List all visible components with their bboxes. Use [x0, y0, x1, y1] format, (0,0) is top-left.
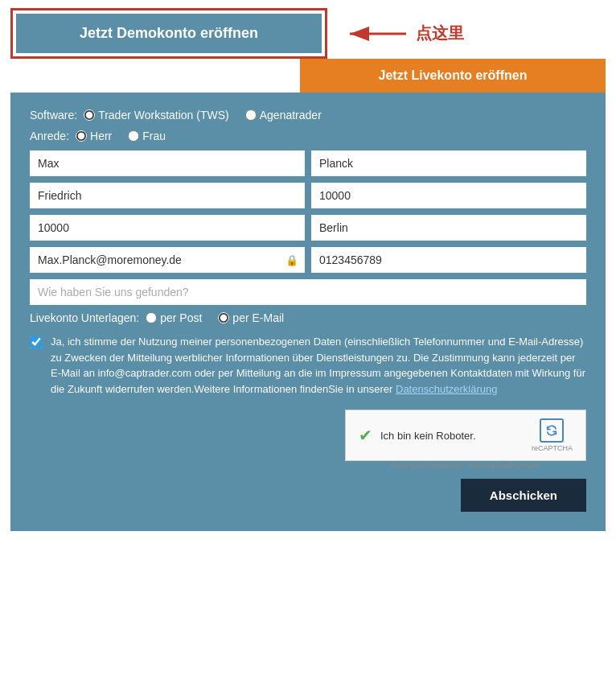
demo-account-button[interactable]: Jetzt Demokonto eröffnen [16, 14, 322, 53]
vorname-input[interactable] [30, 150, 305, 176]
anrede-herr-label: Herr [90, 130, 112, 142]
software-option-tws[interactable]: Trader Workstation (TWS) [84, 109, 229, 122]
anrede-frau[interactable]: Frau [128, 130, 166, 142]
anrede-radio-group: Herr Frau [76, 130, 172, 142]
software-radio-tws[interactable] [84, 109, 95, 121]
consent-text-block: Ja, ich stimme der Nutzung meiner person… [51, 334, 586, 397]
strasse-input[interactable] [30, 183, 305, 208]
captcha-widget: ✔ Ich bin kein Roboter. reCAPTCHA [345, 410, 586, 461]
registration-form: Software: Trader Workstation (TWS) Agena… [10, 93, 606, 531]
click-here-label: 点这里 [416, 23, 464, 44]
recaptcha-icon [540, 418, 564, 443]
plz-input[interactable] [30, 215, 305, 241]
software-option-agena[interactable]: Agenatrader [245, 109, 322, 122]
software-tws-label: Trader Workstation (TWS) [98, 109, 229, 122]
captcha-checkmark-icon: ✔ [359, 426, 372, 445]
software-radio-group: Trader Workstation (TWS) Agenatrader [84, 109, 328, 122]
consent-text: Ja, ich stimme der Nutzung meiner person… [51, 336, 585, 395]
anrede-radio-frau[interactable] [128, 130, 139, 142]
anrede-radio-herr[interactable] [76, 130, 87, 142]
captcha-label: Ich bin kein Roboter. [380, 430, 476, 442]
livekonto-email[interactable]: per E-Mail [218, 311, 284, 324]
anrede-frau-label: Frau [142, 130, 166, 142]
livekonto-radio-email[interactable] [218, 312, 229, 323]
datenschutz-link[interactable]: Datenschutzerklärung [396, 383, 497, 395]
livekonto-email-label: per E-Mail [232, 311, 284, 324]
livekonto-post[interactable]: per Post [146, 311, 202, 324]
submit-button[interactable]: Abschicken [461, 479, 586, 512]
anrede-herr[interactable]: Herr [76, 130, 112, 142]
consent-checkbox[interactable] [30, 336, 43, 348]
anrede-label: Anrede: [30, 130, 69, 142]
livekonto-radio-group: per Post per E-Mail [146, 311, 290, 324]
wie-gefunden-input[interactable] [30, 279, 586, 305]
arrow-icon [343, 24, 408, 43]
stadt-input[interactable] [311, 215, 586, 241]
captcha-links: Datenschutzerklärung · Nutzungsbedingung… [345, 461, 586, 469]
recaptcha-brand-label: reCAPTCHA [532, 444, 573, 452]
software-radio-agena[interactable] [245, 109, 257, 121]
livekonto-post-label: per Post [160, 311, 202, 324]
email-input[interactable] [30, 247, 305, 273]
livekonto-label: Livekonto Unterlagen: [30, 311, 139, 324]
hausnummer-input[interactable] [311, 183, 586, 208]
lock-icon: 🔒 [285, 254, 298, 266]
software-agena-label: Agenatrader [260, 109, 322, 122]
live-account-button[interactable]: Jetzt Livekonto eröffnen [300, 59, 606, 93]
software-label: Software: [30, 109, 77, 122]
livekonto-radio-post[interactable] [146, 312, 157, 323]
nachname-input[interactable] [311, 150, 586, 176]
telefon-input[interactable] [311, 247, 586, 273]
